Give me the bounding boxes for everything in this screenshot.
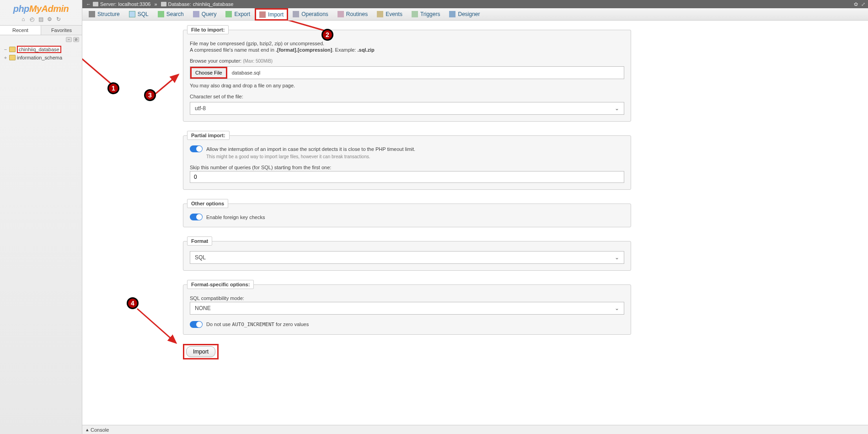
submit-row: Import	[183, 344, 859, 359]
breadcrumb: ← Server: localhost:3306 » Database: chi…	[82, 0, 868, 8]
tab-search[interactable]: Search	[153, 8, 188, 20]
console-bar[interactable]: ▴ Console	[82, 425, 868, 434]
collapse-all-icon[interactable]: −	[66, 37, 72, 42]
allow-interrupt-label: Allow the interruption of an import in c…	[206, 146, 415, 152]
allow-interrupt-toggle[interactable]	[190, 145, 203, 152]
annotation-badge-4: 4	[127, 297, 139, 309]
skip-label: Skip this number of queries (for SQL) st…	[190, 165, 624, 170]
tab-recent[interactable]: Recent	[0, 26, 41, 35]
interrupt-subhint: This might be a good way to import large…	[206, 154, 624, 159]
file-input-row: Choose File database.sql	[190, 66, 624, 79]
fk-checks-row: Enable foreign key checks	[190, 214, 624, 220]
tab-routines[interactable]: Routines	[333, 8, 372, 20]
chevron-down-icon: ⌄	[615, 105, 619, 112]
import-submit-button[interactable]: Import	[186, 346, 215, 357]
link-icon[interactable]: ⊘	[73, 37, 79, 42]
tab-label: Routines	[346, 11, 368, 17]
tab-events[interactable]: Events	[372, 8, 407, 20]
auto-increment-label: Do not use AUTO_INCREMENT for zero value…	[206, 321, 309, 327]
charset-select[interactable]: utf-8 ⌄	[190, 102, 624, 115]
format-value: SQL	[195, 254, 206, 261]
settings-icon[interactable]: ⚙	[47, 16, 53, 22]
legend-format: Format	[187, 236, 212, 246]
breadcrumb-db-value[interactable]: chinhiiq_database	[193, 1, 234, 7]
routines-icon	[338, 11, 344, 17]
database-icon	[9, 47, 16, 52]
format-select[interactable]: SQL ⌄	[190, 251, 624, 264]
logo[interactable]: phpMyAdmin	[0, 0, 82, 15]
events-icon	[377, 11, 383, 17]
docs-icon[interactable]: ▤	[38, 16, 44, 22]
expand-icon[interactable]: +	[3, 55, 8, 60]
compat-value: NONE	[195, 305, 211, 311]
tab-structure[interactable]: Structure	[84, 8, 124, 20]
legend-format-opts: Format-specific options:	[187, 280, 254, 289]
home-icon[interactable]: ⌂	[20, 16, 27, 22]
tree-item-chinhiiq[interactable]: − chinhiiq_database	[2, 45, 80, 54]
annotation-badge-2: 2	[321, 29, 333, 41]
tab-favorites[interactable]: Favorites	[41, 26, 82, 35]
query-icon	[193, 11, 199, 17]
breadcrumb-db-label: Database:	[168, 1, 191, 7]
fieldset-other-options: Other options Enable foreign key checks	[183, 199, 631, 227]
annotation-badge-1: 1	[107, 82, 119, 94]
tab-triggers[interactable]: Triggers	[407, 8, 445, 20]
logo-part2: MyAdmin	[29, 4, 69, 14]
tab-operations[interactable]: Operations	[288, 8, 333, 20]
sidebar: phpMyAdmin ⌂ ◴ ▤ ⚙ ↻ Recent Favorites − …	[0, 0, 82, 434]
svg-line-1	[82, 43, 112, 85]
tree-item-label: chinhiiq_database	[17, 46, 61, 53]
import-button-highlight: Import	[183, 344, 219, 359]
tab-label: SQL	[138, 11, 149, 17]
tab-export[interactable]: Export	[221, 8, 255, 20]
logo-part1: php	[13, 4, 29, 14]
tab-query[interactable]: Query	[188, 8, 221, 20]
operations-icon	[293, 11, 299, 17]
fk-checks-toggle[interactable]	[190, 214, 203, 220]
breadcrumb-sep: »	[154, 1, 157, 7]
compat-select[interactable]: NONE ⌄	[190, 302, 624, 315]
auto-increment-toggle[interactable]	[190, 321, 203, 328]
tab-label: Triggers	[420, 11, 440, 17]
svg-line-7	[137, 309, 176, 343]
fieldset-partial-import: Partial import: Allow the interruption o…	[183, 131, 631, 190]
chevron-down-icon: ⌄	[615, 254, 619, 261]
skip-input-wrap	[190, 171, 624, 183]
sidebar-toolbar: ⌂ ◴ ▤ ⚙ ↻	[0, 15, 82, 25]
tree-tools: − ⊘	[0, 35, 82, 44]
tab-label: Import	[268, 11, 284, 18]
tab-import[interactable]: Import	[255, 8, 288, 21]
tab-label: Events	[386, 11, 402, 17]
fieldset-format: Format SQL ⌄	[183, 236, 631, 271]
chevron-up-icon[interactable]: ▴	[86, 427, 89, 433]
fieldset-file-import: File to import: File may be compressed (…	[183, 25, 631, 122]
search-icon	[158, 11, 164, 17]
hint-dragdrop: You may also drag and drop a file on any…	[190, 83, 624, 88]
hint-compressed: File may be compressed (gzip, bzip2, zip…	[190, 41, 624, 46]
database-tree: − chinhiiq_database + information_schema	[0, 44, 82, 62]
breadcrumb-server-value[interactable]: localhost:3306	[118, 1, 150, 7]
fk-checks-label: Enable foreign key checks	[206, 214, 265, 220]
choose-file-button[interactable]: Choose File	[190, 67, 227, 79]
tab-designer[interactable]: Designer	[445, 8, 484, 20]
tree-item-infoschema[interactable]: + information_schema	[2, 54, 80, 61]
nav-collapse-icon[interactable]: ←	[86, 1, 91, 7]
reload-icon[interactable]: ↻	[55, 16, 62, 22]
main: ← Server: localhost:3306 » Database: chi…	[82, 0, 868, 434]
gear-icon[interactable]: ✿	[854, 1, 858, 7]
browse-label: Browse your computer: (Max: 500MiB)	[190, 58, 624, 64]
tree-item-label: information_schema	[17, 55, 62, 60]
main-tabs: Structure SQL Search Query Export Import…	[82, 8, 868, 21]
expand-icon[interactable]: ⤢	[861, 1, 865, 7]
legend-file-import: File to import:	[187, 25, 229, 34]
charset-label: Character set of the file:	[190, 94, 624, 99]
tab-sql[interactable]: SQL	[124, 8, 153, 20]
breadcrumb-server-label: Server:	[100, 1, 116, 7]
svg-line-5	[155, 75, 178, 94]
expand-icon[interactable]: −	[3, 47, 8, 52]
auto-increment-row: Do not use AUTO_INCREMENT for zero value…	[190, 321, 624, 328]
hint-extension: A compressed file's name must end in .[f…	[190, 47, 624, 53]
logout-icon[interactable]: ◴	[29, 16, 35, 22]
skip-queries-input[interactable]	[194, 174, 620, 180]
selected-file-name: database.sql	[227, 70, 265, 75]
